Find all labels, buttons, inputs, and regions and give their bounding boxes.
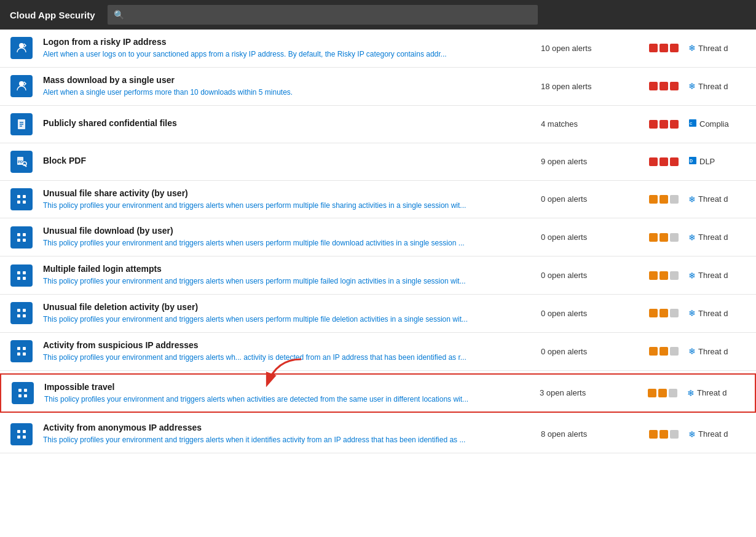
policy-alerts-anonymous-ip: 8 open alerts — [541, 423, 639, 445]
policy-row-block-pdf[interactable]: PDF Block PDF 9 open alerts D DLP — [0, 143, 756, 181]
policy-type-label-anonymous-ip: Threat d — [698, 429, 728, 439]
policy-type-label-unusual-file-share: Threat d — [698, 194, 728, 204]
svg-rect-27 — [23, 309, 26, 312]
policy-icon-impossible-travel — [12, 382, 34, 404]
type-icon-impossible-travel: ❄ — [687, 388, 695, 398]
svg-rect-38 — [24, 394, 27, 397]
search-bar[interactable]: 🔍 — [108, 5, 538, 25]
policy-name-logon-risky-ip: Logon from a risky IP address — [43, 37, 529, 47]
policy-alerts-impossible-travel: 3 open alerts — [540, 382, 638, 405]
policy-content-anonymous-ip: Activity from anonymous IP addresses Thi… — [43, 423, 541, 445]
policy-name-mass-download: Mass download by a single user — [43, 75, 529, 85]
policy-severity-unusual-file-download — [639, 226, 688, 249]
policy-type-label-mass-download: Threat d — [698, 82, 728, 91]
svg-rect-41 — [17, 436, 20, 439]
policy-alerts-mass-download: 18 open alerts — [541, 75, 639, 98]
type-icon-anonymous-ip: ❄ — [688, 429, 696, 439]
policy-icon-col-unusual-file-download — [0, 226, 43, 249]
policy-name-block-pdf: Block PDF — [43, 156, 529, 165]
policy-alerts-unusual-file-deletion: 0 open alerts — [541, 302, 639, 325]
policy-desc-unusual-file-share: This policy profiles your environment an… — [43, 201, 504, 211]
policy-type-public-confidential: C Complia — [688, 113, 756, 135]
svg-rect-16 — [17, 201, 20, 204]
policy-severity-unusual-file-deletion — [639, 302, 688, 325]
policy-alerts-block-pdf: 9 open alerts — [541, 151, 639, 173]
svg-rect-29 — [23, 314, 26, 317]
policy-icon-col-block-pdf: PDF — [0, 151, 43, 173]
policy-type-label-multiple-failed-login: Threat d — [698, 271, 728, 280]
policy-row-logon-risky-ip[interactable]: Logon from a risky IP address Alert when… — [0, 30, 756, 68]
svg-rect-33 — [23, 352, 26, 356]
policy-severity-public-confidential — [639, 113, 688, 135]
policy-row-impossible-travel[interactable]: Impossible travel This policy profiles y… — [0, 373, 756, 413]
svg-rect-28 — [17, 314, 20, 317]
policy-content-mass-download: Mass download by a single user Alert whe… — [43, 75, 541, 98]
policy-severity-anonymous-ip — [639, 423, 688, 445]
svg-rect-31 — [23, 347, 26, 350]
svg-point-0 — [19, 43, 24, 48]
policy-content-public-confidential: Publicly shared confidential files — [43, 113, 541, 135]
policy-content-logon-risky-ip: Logon from a risky IP address Alert when… — [43, 37, 541, 60]
policy-row-suspicious-ip[interactable]: Activity from suspicious IP addresses Th… — [0, 333, 756, 371]
type-icon-unusual-file-deletion: ❄ — [688, 308, 696, 318]
policy-icon-block-pdf: PDF — [10, 151, 33, 173]
type-icon-suspicious-ip: ❄ — [688, 346, 696, 356]
svg-text:C: C — [690, 122, 693, 125]
policy-type-label-impossible-travel: Threat d — [697, 388, 726, 397]
policy-name-multiple-failed-login: Multiple failed login attempts — [43, 264, 529, 274]
svg-rect-35 — [18, 389, 22, 392]
policy-type-logon-risky-ip: ❄ Threat d — [688, 37, 756, 60]
policy-icon-col-public-confidential — [0, 113, 43, 135]
policy-row-unusual-file-share[interactable]: Unusual file share activity (by user) Th… — [0, 181, 756, 219]
policy-icon-public-confidential — [10, 113, 33, 135]
policy-row-unusual-file-download[interactable]: Unusual file download (by user) This pol… — [0, 218, 756, 257]
search-input[interactable] — [129, 10, 532, 20]
policy-icon-logon-risky-ip — [10, 37, 33, 59]
policy-desc-impossible-travel: This policy profiles your environment an… — [44, 394, 505, 405]
type-icon-logon-risky-ip: ❄ — [688, 43, 696, 53]
policy-icon-mass-download — [10, 75, 33, 97]
policy-icon-unusual-file-deletion — [10, 302, 33, 324]
policy-type-label-public-confidential: Complia — [699, 119, 729, 129]
app-header: Cloud App Security 🔍 — [0, 0, 756, 30]
policy-name-suspicious-ip: Activity from suspicious IP addresses — [43, 340, 529, 350]
svg-rect-42 — [23, 436, 26, 439]
type-icon-public-confidential: C — [688, 119, 697, 129]
policy-icon-unusual-file-share — [10, 188, 33, 210]
svg-rect-32 — [17, 352, 20, 356]
policy-content-unusual-file-deletion: Unusual file deletion activity (by user)… — [43, 302, 541, 325]
type-icon-unusual-file-share: ❄ — [688, 194, 696, 204]
policy-desc-unusual-file-download: This policy profiles your environment an… — [43, 238, 504, 249]
policy-type-unusual-file-deletion: ❄ Threat d — [688, 302, 756, 325]
policy-name-unusual-file-share: Unusual file share activity (by user) — [43, 188, 529, 198]
svg-text:D: D — [690, 159, 693, 163]
policy-icon-col-suspicious-ip — [0, 340, 43, 363]
policy-icon-suspicious-ip — [10, 340, 33, 362]
policy-severity-logon-risky-ip — [639, 37, 688, 60]
policy-alerts-logon-risky-ip: 10 open alerts — [541, 37, 639, 60]
policy-type-label-unusual-file-download: Threat d — [698, 233, 728, 242]
svg-point-1 — [19, 81, 24, 86]
policy-severity-multiple-failed-login — [639, 264, 688, 287]
policy-row-mass-download[interactable]: Mass download by a single user Alert whe… — [0, 68, 756, 106]
svg-rect-26 — [17, 309, 20, 312]
svg-rect-39 — [17, 430, 20, 433]
policy-alerts-public-confidential: 4 matches — [541, 113, 639, 135]
policy-icon-col-unusual-file-deletion — [0, 302, 43, 325]
policy-severity-unusual-file-share — [639, 188, 688, 211]
policy-icon-col-unusual-file-share — [0, 188, 43, 211]
policy-desc-suspicious-ip: This policy profiles your environment an… — [43, 352, 504, 363]
policy-icon-col-multiple-failed-login — [0, 264, 43, 287]
app-title: Cloud App Security — [10, 10, 95, 20]
policy-row-anonymous-ip[interactable]: Activity from anonymous IP addresses Thi… — [0, 415, 756, 453]
svg-rect-14 — [17, 195, 20, 198]
policy-icon-col-mass-download — [0, 75, 43, 98]
policy-alerts-unusual-file-download: 0 open alerts — [541, 226, 639, 249]
policy-type-impossible-travel: ❄ Threat d — [687, 382, 755, 405]
policy-row-multiple-failed-login[interactable]: Multiple failed login attempts This poli… — [0, 257, 756, 295]
policy-row-public-confidential[interactable]: Publicly shared confidential files 4 mat… — [0, 106, 756, 143]
policy-row-unusual-file-deletion[interactable]: Unusual file deletion activity (by user)… — [0, 295, 756, 333]
policy-content-block-pdf: Block PDF — [43, 151, 541, 173]
policy-desc-multiple-failed-login: This policy profiles your environment an… — [43, 276, 504, 287]
svg-rect-18 — [17, 233, 20, 236]
